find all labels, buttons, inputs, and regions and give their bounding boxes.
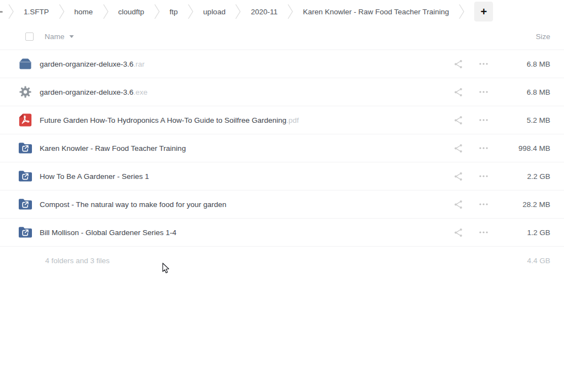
breadcrumb-item-6[interactable]: Karen Knowler - Raw Food Teacher Trainin… [295,8,457,16]
share-button[interactable] [453,59,464,69]
share-button[interactable] [453,143,464,154]
gear-icon [18,84,33,100]
name-column-label: Name [45,32,64,41]
file-row[interactable]: How To Be A Gardener - Series 1 [0,162,564,190]
file-size: 6.8 MB [489,88,550,96]
breadcrumb-item-5[interactable]: 2020-11 [243,8,285,16]
file-size: 998.4 MB [489,144,550,153]
file-name[interactable]: Compost - The natural way to make food f… [40,200,226,209]
file-name[interactable]: Future Garden How-To Hydroponics A How-T… [40,116,299,124]
breadcrumb-separator-icon [58,2,65,21]
list-header: Name Size [0,23,564,50]
root-icon [0,11,3,13]
folder-link-icon [18,168,33,184]
file-size: 1.2 GB [489,228,550,237]
file-list: garden-organizer-deluxe-3.6.rar [0,50,564,247]
folder-link-icon [18,140,33,156]
breadcrumb-item-0[interactable]: 1.SFTP [16,8,57,16]
breadcrumb-separator-icon [458,2,465,21]
share-button[interactable] [453,87,464,97]
file-extension: .rar [133,60,144,68]
file-extension: .exe [133,88,148,96]
more-options-button[interactable] [479,203,489,206]
file-row[interactable]: garden-organizer-deluxe-3.6.rar [0,50,564,78]
file-name[interactable]: Bill Mollison - Global Gardener Series 1… [40,228,176,237]
breadcrumb-separator-icon [102,2,109,21]
archive-icon [18,56,33,72]
add-button[interactable]: + [474,2,493,21]
file-row[interactable]: garden-organizer-deluxe-3.6.exe [0,78,564,106]
file-name[interactable]: How To Be A Gardener - Series 1 [40,172,149,181]
pdf-icon [18,112,33,128]
select-all-checkbox[interactable] [25,32,34,41]
summary-counts: 4 folders and 3 files [45,257,110,265]
more-options-button[interactable] [479,175,489,178]
file-row[interactable]: Karen Knowler - Raw Food Teacher Trainin… [0,134,564,162]
size-column-header[interactable]: Size [536,32,550,41]
more-options-button[interactable] [479,146,489,150]
breadcrumb: 1.SFTPhomecloudftpftpupload2020-11Karen … [0,0,564,23]
share-button[interactable] [453,199,464,210]
more-options-button[interactable] [479,231,489,234]
file-manager-page: 1.SFTPhomecloudftpftpupload2020-11Karen … [0,0,564,392]
share-button[interactable] [453,227,464,238]
file-name[interactable]: garden-organizer-deluxe-3.6.rar [40,60,145,68]
file-name[interactable]: Karen Knowler - Raw Food Teacher Trainin… [40,144,186,153]
breadcrumb-separator-icon [187,2,194,21]
share-button[interactable] [453,115,464,126]
more-options-button[interactable] [479,118,489,122]
summary-total-size: 4.4 GB [489,257,550,265]
file-size: 28.2 MB [489,200,550,209]
breadcrumb-item-4[interactable]: upload [196,8,234,16]
breadcrumb-item-2[interactable]: cloudftp [111,8,152,16]
breadcrumb-item-1[interactable]: home [67,8,101,16]
file-size: 2.2 GB [489,172,550,181]
folder-link-icon [18,197,33,212]
share-button[interactable] [453,171,464,182]
folder-link-icon [18,225,33,240]
more-options-button[interactable] [479,90,489,94]
file-row[interactable]: Bill Mollison - Global Gardener Series 1… [0,219,564,247]
summary-row: 4 folders and 3 files 4.4 GB [0,247,564,275]
name-column-header[interactable]: Name [45,32,74,41]
breadcrumb-separator-icon [8,2,14,21]
file-name[interactable]: garden-organizer-deluxe-3.6.exe [40,88,148,96]
sort-caret-icon [69,35,74,38]
file-size: 5.2 MB [489,116,550,124]
breadcrumb-separator-icon [154,2,160,21]
file-row[interactable]: Future Garden How-To Hydroponics A How-T… [0,106,564,134]
breadcrumb-item-3[interactable]: ftp [162,8,186,16]
more-options-button[interactable] [479,62,489,66]
file-size: 6.8 MB [489,60,550,68]
breadcrumb-separator-icon [287,2,294,21]
file-extension: .pdf [286,116,299,124]
breadcrumb-separator-icon [235,2,241,21]
file-row[interactable]: Compost - The natural way to make food f… [0,190,564,219]
